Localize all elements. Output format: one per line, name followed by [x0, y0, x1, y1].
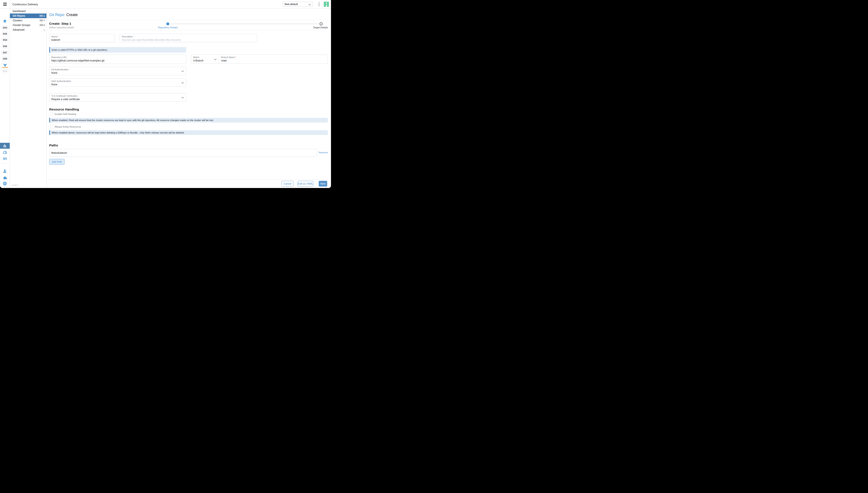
self-healing-row: Enable Self-Healing — [50, 112, 76, 115]
stepper-label-target-details: Target Details — [296, 26, 328, 29]
globe-icon[interactable] — [3, 181, 7, 186]
cluster-badge-ds5-disabled: DS5 — [2, 69, 8, 73]
cluster-rail: DS4 DS5 DS4 DS6 DS7 DS8 DS5 — [0, 8, 10, 188]
branch-name-label: Branch Name — [221, 56, 235, 59]
branch-name-field[interactable]: Branch Name* main — [219, 55, 327, 64]
branch-name-value: main — [221, 59, 227, 62]
git-authentication-value: None — [51, 71, 58, 74]
bundle-icon: {⊟} — [40, 24, 43, 26]
next-button[interactable]: Next — [319, 181, 327, 187]
description-label: Description — [122, 35, 133, 38]
cluster-badge-ds5[interactable]: DS5 — [2, 32, 8, 36]
continuous-delivery-nav-selected[interactable] — [0, 143, 10, 149]
stepper-circle-next[interactable] — [320, 22, 323, 25]
path-input[interactable]: fleets/kubevirt — [49, 149, 317, 157]
name-field[interactable]: Name* kubevirt — [49, 34, 115, 42]
git-repos-count: 1 — [44, 15, 45, 17]
page-title-action: Create — [65, 13, 78, 17]
watch-select[interactable]: Watch A Branch — [191, 55, 219, 64]
kebab-menu-icon[interactable] — [318, 2, 320, 6]
cluster-badge-ds7[interactable]: DS7 — [2, 50, 8, 55]
helm-authentication-label: Helm Authentication — [51, 80, 71, 82]
fleet-sidebar: Dashboard Git Repos {⊟}1 Clusters {⊟}7 C… — [10, 8, 47, 188]
version-label: v2.8.0 — [12, 184, 18, 187]
chevron-down-icon — [181, 69, 184, 72]
tls-verification-select[interactable]: TLS Certificate Verification Require a v… — [49, 93, 186, 102]
home-icon[interactable] — [3, 19, 7, 23]
git-authentication-select[interactable]: Git Authentication None — [49, 67, 186, 75]
repository-url-value: https://github.com/suse-edge/fleet-examp… — [51, 59, 104, 62]
resource-handling-heading: Resource Handling — [49, 108, 79, 111]
name-value: kubevirt — [51, 39, 60, 41]
self-healing-label: Enable Self-Healing — [55, 113, 76, 115]
active-cluster-badge[interactable] — [2, 63, 8, 67]
description-placeholder: Any text you want that better describes … — [122, 39, 181, 41]
helm-authentication-select[interactable]: Helm Authentication None — [49, 78, 186, 87]
cluster-badge-ds4b[interactable]: DS4 — [2, 38, 8, 42]
rancher-cow-icon — [3, 63, 7, 67]
cluster-badge-ds4[interactable]: DS4 — [2, 25, 8, 30]
git-authentication-label: Git Authentication — [51, 68, 69, 71]
sidebar-item-clusters[interactable]: Clusters {⊟}7 — [10, 18, 46, 23]
cluster-groups-count: 0 — [44, 24, 45, 26]
chevron-right-icon: › — [44, 28, 45, 31]
watch-branch-group: Watch A Branch Branch Name* main — [191, 55, 328, 64]
hamburger-menu-icon[interactable] — [3, 3, 7, 6]
cluster-badge-ds6[interactable]: DS6 — [2, 44, 8, 48]
required-star: * — [235, 56, 236, 59]
step-title: Create: Step 1 — [49, 22, 71, 25]
chevron-down-icon — [214, 58, 216, 60]
repository-url-label: Repository URL — [51, 56, 67, 59]
sidebar-item-dashboard[interactable]: Dashboard — [10, 9, 46, 14]
url-info-banner-text: Enter a valid HTTPS or SSH URL to a git … — [52, 48, 108, 51]
paths-heading: Paths — [49, 144, 58, 147]
rail-divider — [1, 163, 8, 164]
extensions-puzzle-icon[interactable] — [3, 175, 7, 179]
url-info-banner: Enter a valid HTTPS or SSH URL to a git … — [49, 47, 186, 52]
helm-authentication-value: None — [51, 83, 58, 86]
workspace-select-value: fleet-default — [284, 3, 298, 6]
sidebar-item-git-repos[interactable]: Git Repos {⊟}1 — [10, 14, 46, 18]
step-subtitle: Define repository details — [49, 26, 74, 29]
tls-verification-label: TLS Certificate Verification — [51, 94, 77, 97]
workspace-select[interactable]: fleet-default — [282, 2, 313, 7]
bundle-icon: {⊟} — [40, 19, 43, 22]
watch-label: Watch — [193, 56, 199, 59]
keep-resources-banner: When enabled above, resources will be ke… — [49, 130, 328, 135]
stepper-line — [170, 24, 319, 24]
watch-value: A Branch — [193, 59, 204, 62]
chevron-down-icon — [309, 3, 311, 5]
name-label: Name — [51, 35, 57, 38]
description-field[interactable]: Description Any text you want that bette… — [120, 34, 257, 42]
bundle-icon: {⊟} — [40, 15, 43, 17]
remove-path-link[interactable]: Remove — [319, 151, 328, 154]
page-title: Git Repo: Create — [49, 13, 78, 17]
required-star: * — [58, 35, 59, 38]
users-icon[interactable] — [3, 169, 7, 173]
virtualization-barn-icon[interactable] — [3, 150, 7, 154]
top-bar: Continuous Delivery fleet-default — [0, 0, 331, 9]
chevron-down-icon — [181, 81, 184, 83]
clusters-count: 7 — [44, 19, 45, 22]
self-healing-checkbox[interactable] — [50, 112, 53, 115]
stepper-label-repository-details[interactable]: Repository Details — [152, 26, 184, 29]
app-title: Continuous Delivery — [13, 3, 38, 6]
cluster-management-icon[interactable] — [3, 156, 7, 161]
sidebar-item-advanced[interactable]: Advanced › — [10, 27, 46, 32]
tls-verification-value: Require a valid certificate — [51, 98, 80, 101]
app-window: Continuous Delivery fleet-default DS4 DS… — [0, 0, 331, 188]
add-path-button[interactable]: Add Path — [49, 159, 65, 165]
repository-url-field[interactable]: Repository URL https://github.com/suse-e… — [49, 55, 186, 64]
path-value: fleets/kubevirt — [51, 151, 67, 154]
user-avatar[interactable] — [324, 2, 329, 7]
sidebar-item-cluster-groups[interactable]: Cluster Groups {⊟}0 — [10, 23, 46, 27]
keep-resources-label: Always Keep Resources — [55, 126, 81, 128]
active-cluster-underline — [2, 67, 8, 68]
stepper-dot-current[interactable] — [166, 22, 169, 25]
page-title-resource: Git Repo: — [49, 13, 65, 17]
keep-resources-checkbox[interactable] — [50, 125, 53, 128]
self-healing-banner: When enabled, Fleet will ensure that the… — [49, 118, 328, 123]
cancel-button[interactable]: Cancel — [281, 181, 293, 187]
edit-as-yaml-button[interactable]: Edit as YAML — [298, 181, 313, 187]
cluster-badge-ds8[interactable]: DS8 — [2, 57, 8, 61]
